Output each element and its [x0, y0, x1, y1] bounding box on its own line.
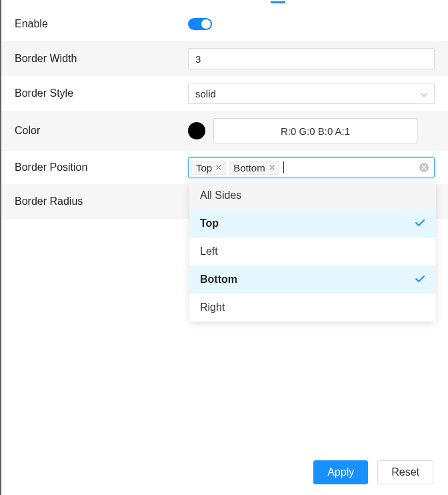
label-enable: Enable	[15, 18, 188, 30]
row-enable: Enable	[1, 7, 448, 41]
option-label: Bottom	[200, 274, 237, 286]
button-label: Apply	[327, 466, 354, 478]
row-border-style: Border Style solid	[1, 76, 448, 111]
border-position-dropdown: All Sides Top Left Bottom Right	[189, 181, 436, 322]
enable-toggle[interactable]	[188, 18, 212, 30]
option-bottom[interactable]: Bottom	[189, 266, 436, 294]
label-border-style: Border Style	[15, 87, 188, 99]
tag-label: Top	[196, 162, 212, 173]
button-label: Reset	[391, 466, 419, 478]
label-border-width: Border Width	[15, 53, 188, 65]
tag-remove-icon[interactable]	[216, 164, 221, 171]
clear-all-icon[interactable]	[419, 163, 429, 172]
color-value-display[interactable]: R:0 G:0 B:0 A:1	[213, 118, 417, 143]
option-label: Top	[200, 217, 219, 229]
label-color: Color	[15, 125, 188, 137]
label-border-radius: Border Radius	[15, 195, 188, 207]
check-icon	[415, 217, 425, 229]
tag-top: Top	[191, 161, 226, 175]
option-label: Right	[200, 302, 225, 314]
apply-button[interactable]: Apply	[313, 460, 368, 484]
option-all-sides[interactable]: All Sides	[189, 181, 436, 209]
border-settings-panel: Enable Border Width Border Style solid	[0, 0, 448, 495]
row-border-position: Border Position Top Bottom	[1, 151, 448, 184]
tag-remove-icon[interactable]	[269, 164, 275, 171]
row-border-width: Border Width	[1, 41, 448, 76]
border-style-select[interactable]: solid	[188, 83, 435, 104]
footer-actions: Apply Reset	[313, 460, 433, 484]
check-icon	[415, 274, 425, 286]
row-color: Color R:0 G:0 B:0 A:1	[1, 111, 448, 151]
border-style-value: solid	[195, 88, 216, 99]
option-top[interactable]: Top	[189, 209, 436, 237]
option-label: All Sides	[200, 189, 241, 201]
tag-label: Bottom	[233, 162, 265, 173]
border-position-multiselect[interactable]: Top Bottom	[188, 157, 435, 177]
option-right[interactable]: Right	[189, 294, 436, 322]
color-swatch[interactable]	[188, 122, 205, 139]
chevron-down-icon	[421, 88, 427, 99]
tag-bottom: Bottom	[229, 161, 279, 175]
label-border-position: Border Position	[15, 161, 188, 173]
border-width-input[interactable]	[188, 48, 435, 69]
option-left[interactable]: Left	[189, 237, 436, 266]
option-label: Left	[200, 245, 218, 258]
color-value-text: R:0 G:0 B:0 A:1	[281, 125, 350, 137]
text-cursor	[283, 161, 284, 173]
reset-button[interactable]: Reset	[377, 460, 433, 484]
toggle-knob	[201, 19, 211, 29]
active-tab-indicator	[1, 0, 448, 7]
